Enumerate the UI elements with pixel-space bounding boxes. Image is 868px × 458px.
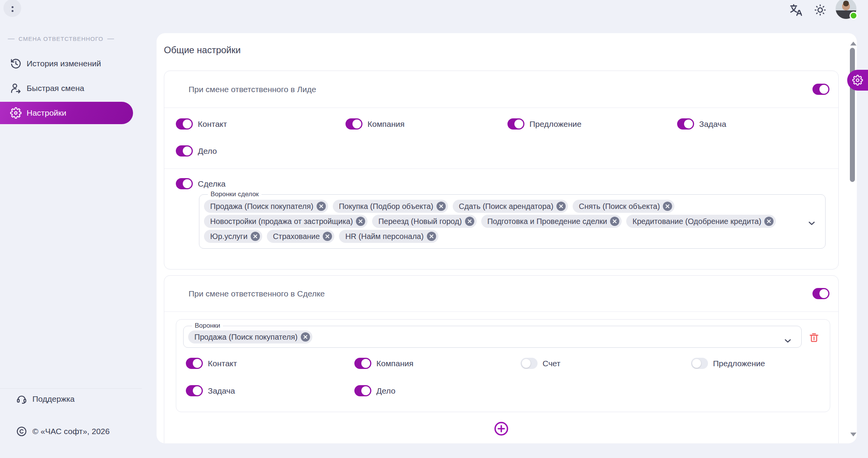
toggle-switch[interactable]	[176, 145, 193, 157]
page-title: Общие настройки	[164, 45, 241, 56]
toggle-label: Предложение	[529, 120, 581, 129]
toggle-label: Задача	[699, 120, 726, 129]
chip-remove-icon[interactable]	[610, 217, 619, 226]
theme-button[interactable]	[812, 2, 829, 19]
sidebar-item-support[interactable]: Поддержка	[0, 390, 142, 408]
copyright: © «ЧАС софт», 2026	[0, 423, 142, 440]
toggle-label: Компания	[367, 120, 405, 129]
toggle-switch[interactable]	[186, 385, 203, 396]
chip: Продажа (Поиск покупателя)	[204, 200, 328, 213]
headset-icon	[16, 394, 27, 404]
sidebar-item-quick-change[interactable]: Быстрая смена	[0, 77, 133, 99]
divider	[107, 39, 114, 39]
card-deal-settings: При смене ответственного в Сделке Воронк…	[164, 275, 839, 443]
chip-remove-icon[interactable]	[437, 202, 446, 211]
chip: Покупка (Подбор объекта)	[333, 200, 448, 213]
toggle-switch[interactable]	[346, 118, 362, 130]
chip-label: HR (Найм персонала)	[345, 232, 423, 241]
toggle-label: Предложение	[713, 359, 765, 368]
scroll-up-arrow[interactable]	[850, 42, 856, 45]
toggle-switch[interactable]	[186, 358, 203, 369]
trash-icon[interactable]	[808, 332, 820, 343]
entity-toggle-grid: Контакт Компания Счет Предложение Задача…	[176, 348, 830, 396]
toggle-switch[interactable]	[507, 118, 524, 130]
chip: Страхование	[267, 230, 335, 243]
chip-label: Снять (Поиск объекта)	[579, 202, 660, 211]
card-lead-settings: При смене ответственного в Лиде Контакт …	[164, 71, 839, 269]
chip: Подготовка и Проведение сделки	[481, 215, 622, 228]
divider	[164, 168, 838, 169]
chip-remove-icon[interactable]	[301, 332, 310, 342]
add-rule-button[interactable]	[494, 421, 509, 436]
scroll-down-arrow[interactable]	[850, 433, 856, 436]
card-enabled-toggle[interactable]	[812, 288, 829, 299]
toggle-label: Счет	[543, 359, 560, 368]
toggle-label: Сделка	[198, 179, 226, 189]
toggle-switch[interactable]	[521, 358, 538, 369]
chevron-down-icon[interactable]	[783, 336, 793, 346]
sidebar: СМЕНА ОТВЕТСТВЕННОГО История изменений Б…	[0, 0, 142, 458]
main-panel: Общие настройки При смене ответственного…	[157, 33, 857, 443]
card-header-label: При смене ответственного в Сделке	[189, 289, 325, 298]
settings-fab[interactable]	[847, 70, 868, 91]
toggle-switch[interactable]	[176, 118, 193, 130]
chip-label: Сдать (Поиск арендатора)	[459, 202, 553, 211]
card-header-label: При смене ответственного в Лиде	[189, 85, 316, 94]
card-enabled-toggle[interactable]	[812, 84, 829, 95]
chip: Переезд (Новый город)	[372, 215, 476, 228]
sidebar-section-title: СМЕНА ОТВЕТСТВЕННОГО	[8, 35, 135, 42]
chip-label: Продажа (Поиск покупателя)	[194, 333, 298, 342]
chip-label: Переезд (Новый город)	[378, 217, 462, 226]
chips-list: Продажа (Поиск покупателя) Покупка (Подб…	[204, 200, 784, 243]
toggle-switch[interactable]	[176, 178, 193, 189]
sidebar-item-label: Поддержка	[32, 394, 75, 404]
chevron-down-icon[interactable]	[807, 218, 817, 228]
gear-icon	[852, 75, 863, 86]
chip: Кредитование (Одобрение кредита)	[626, 215, 776, 228]
chip-remove-icon[interactable]	[251, 232, 260, 241]
sidebar-item-history[interactable]: История изменений	[0, 52, 133, 75]
toggle-label: Компания	[376, 359, 413, 368]
chip: Снять (Поиск объекта)	[573, 200, 674, 213]
gear-icon	[10, 107, 22, 119]
chip-remove-icon[interactable]	[465, 217, 474, 226]
chip: Продажа (Поиск покупателя)	[188, 330, 312, 344]
chips-list: Продажа (Поиск покупателя)	[188, 330, 769, 344]
sidebar-menu: История изменений Быстрая смена Настройк…	[0, 52, 142, 126]
deal-funnels-select[interactable]: Воронки сделок Продажа (Поиск покупателя…	[199, 190, 826, 249]
copyright-icon	[16, 426, 27, 437]
fieldset-label: Воронки сделок	[208, 190, 261, 198]
chip: Сдать (Поиск арендатора)	[453, 200, 568, 213]
toggle-switch[interactable]	[691, 358, 708, 369]
toggle-switch[interactable]	[354, 385, 371, 396]
chip-remove-icon[interactable]	[663, 202, 672, 211]
sidebar-item-label: История изменений	[27, 59, 101, 68]
chip-remove-icon[interactable]	[317, 202, 326, 211]
deal-toggle-row: Сделка	[176, 178, 838, 189]
toggle-label: Контакт	[198, 120, 227, 129]
chip-remove-icon[interactable]	[323, 232, 332, 241]
user-switch-icon	[10, 83, 22, 94]
sidebar-item-label: Быстрая смена	[27, 84, 84, 93]
toggle-switch[interactable]	[677, 118, 694, 130]
chip-remove-icon[interactable]	[556, 202, 566, 211]
status-badge	[849, 12, 858, 20]
chip-remove-icon[interactable]	[356, 217, 365, 226]
fieldset-label: Воронки	[192, 322, 223, 330]
toggle-label: Дело	[198, 146, 217, 156]
toggle-switch[interactable]	[354, 358, 371, 369]
card-header: При смене ответственного в Лиде	[164, 71, 838, 108]
translate-icon	[789, 3, 803, 17]
avatar[interactable]	[836, 0, 856, 19]
topbar-actions	[788, 0, 856, 20]
chip-label: Покупка (Подбор объекта)	[339, 202, 433, 211]
sidebar-item-settings[interactable]: Настройки	[0, 102, 133, 124]
funnel-rule-card: Воронки Продажа (Поиск покупателя) Конта…	[176, 319, 830, 412]
chip: Новостройки (продажа от застройщика)	[204, 215, 367, 228]
chip-remove-icon[interactable]	[764, 217, 774, 226]
toggle-row: Контакт	[176, 118, 346, 130]
language-button[interactable]	[788, 2, 805, 19]
chip-remove-icon[interactable]	[427, 232, 436, 241]
scrollbar-thumb[interactable]	[850, 48, 855, 182]
funnels-select[interactable]: Воронки Продажа (Поиск покупателя)	[183, 322, 802, 348]
